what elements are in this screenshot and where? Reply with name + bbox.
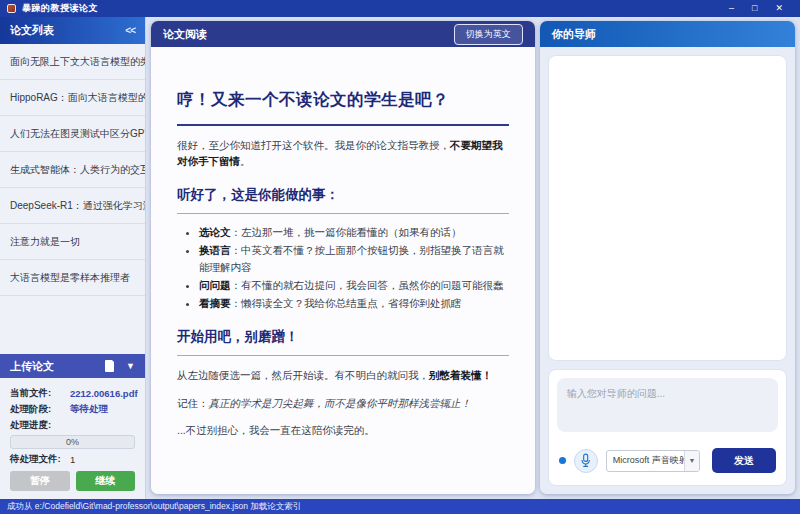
chat-controls-row: Microsoft 声音映射器 - Inpu ▼ 发送 — [559, 448, 776, 473]
window-controls: – □ ✕ — [729, 4, 793, 13]
closing-paragraph: ...不过别担心，我会一直在这陪你读完的。 — [177, 422, 509, 438]
paper-list-item[interactable]: 面向无限上下文大语言模型的类人… — [0, 44, 145, 80]
reader-panel: 论文阅读 切换为英文 哼！又来一个不读论文的学生是吧？ 很好，至少你知道打开这个… — [151, 21, 535, 494]
upload-title: 上传论文 — [10, 359, 54, 374]
paper-list: 面向无限上下文大语言模型的类人… HippoRAG：面向大语言模型的神经… 人们… — [0, 44, 145, 296]
pause-button[interactable]: 暂停 — [10, 471, 70, 491]
upload-body: 当前文件: 2212.00616.pdf 处理阶段: 等待处理 处理进度: 0%… — [0, 378, 145, 499]
close-button[interactable]: ✕ — [775, 4, 783, 13]
status-text: 成功从 e:/Codefield\Git\mad-professor\outpu… — [7, 501, 301, 513]
reader-header: 论文阅读 切换为英文 — [151, 21, 535, 47]
window-title: 暴躁的教授读论文 — [22, 2, 98, 15]
paper-list-title: 论文列表 — [10, 23, 54, 38]
remember-paragraph: 记住：真正的学术是刀尖起舞，而不是像你平时那样浅尝辄止！ — [177, 395, 509, 411]
microphone-button[interactable] — [574, 449, 598, 473]
welcome-heading: 哼！又来一个不读论文的学生是吧？ — [177, 87, 509, 126]
chat-input-card: Microsoft 声音映射器 - Inpu ▼ 发送 — [548, 369, 787, 486]
chat-history-area — [548, 55, 787, 361]
mentor-header: 你的导师 — [540, 21, 795, 47]
reader-content: 哼！又来一个不读论文的学生是吧？ 很好，至少你知道打开这个软件。我是你的论文指导… — [151, 47, 535, 494]
microphone-icon — [580, 453, 591, 468]
collapse-sidebar-button[interactable]: << — [125, 25, 135, 36]
pending-files-label: 待处理文件: — [10, 453, 70, 466]
paper-list-item[interactable]: HippoRAG：面向大语言模型的神经… — [0, 80, 145, 116]
list-item: 选论文：左边那一堆，挑一篇你能看懂的（如果有的话） — [199, 224, 509, 240]
app-window: 暴躁的教授读论文 – □ ✕ 论文列表 << 面向无限上下文大语言模型的类人… … — [0, 0, 800, 514]
main-area: 论文列表 << 面向无限上下文大语言模型的类人… HippoRAG：面向大语言模… — [0, 17, 800, 499]
chevron-down-icon[interactable]: ▼ — [126, 361, 135, 371]
list-item: 问问题：有不懂的就右边提问，我会回答，虽然你的问题可能很蠢 — [199, 277, 509, 293]
app-icon — [7, 4, 16, 13]
list-item: 换语言：中英文看不懂？按上面那个按钮切换，别指望换了语言就能理解内容 — [199, 242, 509, 275]
mentor-title: 你的导师 — [552, 27, 596, 42]
current-file-label: 当前文件: — [10, 387, 70, 400]
paper-list-item[interactable]: 生成式智能体：人类行为的交互式… — [0, 152, 145, 188]
list-item: 看摘要：懒得读全文？我给你总结重点，省得你到处抓瞎 — [199, 295, 509, 311]
section-heading-capabilities: 听好了，这是你能做的事： — [177, 185, 509, 214]
paper-list-item[interactable]: DeepSeek-R1：通过强化学习激励… — [0, 188, 145, 224]
title-bar: 暴躁的教授读论文 – □ ✕ — [0, 0, 800, 17]
minimize-button[interactable]: – — [729, 4, 734, 13]
maximize-button[interactable]: □ — [752, 4, 757, 13]
paper-list-header: 论文列表 << — [0, 17, 145, 44]
audio-device-select[interactable]: Microsoft 声音映射器 - Inpu ▼ — [606, 450, 700, 472]
sidebar: 论文列表 << 面向无限上下文大语言模型的类人… HippoRAG：面向大语言模… — [0, 17, 146, 499]
audio-device-value: Microsoft 声音映射器 - Inpu — [607, 454, 684, 467]
upload-panel: 上传论文 ▼ 当前文件: 2212.00616.pdf 处理阶段: 等待处理 处… — [0, 354, 145, 499]
mentor-body: Microsoft 声音映射器 - Inpu ▼ 发送 — [540, 47, 795, 494]
section-heading-start: 开始用吧，别磨蹭！ — [177, 327, 509, 356]
current-file-value: 2212.00616.pdf — [70, 388, 138, 399]
question-input[interactable] — [557, 378, 778, 432]
send-button[interactable]: 发送 — [712, 448, 776, 473]
stage-value: 等待处理 — [70, 403, 108, 416]
resume-button[interactable]: 继续 — [76, 471, 136, 491]
select-arrow-icon: ▼ — [684, 451, 699, 471]
paper-list-item[interactable]: 大语言模型是零样本推理者 — [0, 260, 145, 296]
content-wrap: 论文阅读 切换为英文 哼！又来一个不读论文的学生是吧？ 很好，至少你知道打开这个… — [146, 17, 800, 499]
paper-list-item[interactable]: 注意力就是一切 — [0, 224, 145, 260]
voice-status-dot — [559, 457, 566, 464]
mentor-panel: 你的导师 — [540, 21, 795, 494]
reader-title: 论文阅读 — [163, 27, 207, 42]
toggle-language-button[interactable]: 切换为英文 — [454, 24, 523, 45]
paper-list-item[interactable]: 人们无法在图灵测试中区分GPT-4与… — [0, 116, 145, 152]
stage-label: 处理阶段: — [10, 403, 70, 416]
upload-header: 上传论文 ▼ — [0, 354, 145, 378]
pending-files-value: 1 — [70, 454, 75, 465]
progress-bar: 0% — [10, 435, 135, 449]
document-icon — [105, 360, 114, 372]
progress-label: 处理进度: — [10, 419, 70, 432]
capabilities-list: 选论文：左边那一堆，挑一篇你能看懂的（如果有的话） 换语言：中英文看不懂？按上面… — [177, 224, 509, 311]
intro-paragraph: 很好，至少你知道打开这个软件。我是你的论文指导教授，不要期望我对你手下留情。 — [177, 137, 509, 170]
status-bar: 成功从 e:/Codefield\Git\mad-professor\outpu… — [0, 499, 800, 514]
start-paragraph: 从左边随便选一篇，然后开始读。有不明白的就问我，别憋着装懂！ — [177, 367, 509, 383]
